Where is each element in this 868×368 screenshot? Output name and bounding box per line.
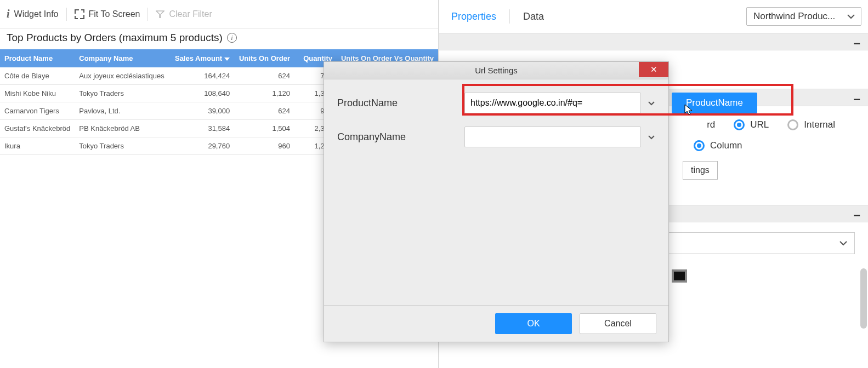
cell-sales: 164,424	[169, 67, 235, 85]
sort-desc-icon	[224, 58, 230, 61]
cell-company: Tokyo Traders	[75, 137, 168, 155]
fit-to-screen-label: Fit To Screen	[89, 9, 140, 19]
ok-button[interactable]: OK	[495, 313, 572, 334]
radio-url[interactable]: URL	[734, 119, 769, 130]
productname-column-badge[interactable]: ProductName	[672, 93, 757, 113]
cell-product: Gustaf's Knäckebröd	[0, 120, 75, 137]
dialog-title-bar: Url Settings ✕	[324, 62, 668, 79]
cell-product: Carnarvon Tigers	[0, 102, 75, 120]
collapse-icon: −	[853, 209, 860, 223]
clear-filter-label: Clear Filter	[169, 9, 212, 19]
close-button[interactable]: ✕	[639, 62, 668, 77]
radio-checked-icon	[694, 140, 705, 151]
cell-product: Mishi Kobe Niku	[0, 85, 75, 102]
col-product-name[interactable]: Product Name	[0, 49, 75, 67]
separator	[66, 8, 67, 21]
filter-icon	[156, 10, 164, 18]
collapse-icon: −	[853, 37, 860, 51]
url-settings-button[interactable]: tings	[683, 161, 718, 180]
cell-units: 624	[234, 67, 294, 85]
col-company-name[interactable]: Company Name	[75, 49, 168, 67]
url-settings-dialog: Url Settings ✕ ProductName CompanyName	[324, 61, 669, 342]
cell-product: Côte de Blaye	[0, 67, 75, 85]
widget-title-text: Top Products by Orders (maximum 5 produc…	[7, 32, 223, 44]
fit-to-screen-button[interactable]: Fit To Screen	[75, 9, 140, 19]
info-icon: i	[7, 8, 10, 20]
widget-info-button[interactable]: i Widget Info	[7, 8, 59, 20]
cell-company: PB Knäckebröd AB	[75, 120, 168, 137]
cancel-button[interactable]: Cancel	[580, 313, 656, 334]
expand-icon	[75, 9, 84, 19]
dialog-footer: OK Cancel	[324, 305, 668, 342]
dialog-body: ProductName CompanyName	[324, 79, 668, 305]
col-sales-amount[interactable]: Sales Amount	[169, 49, 235, 67]
row2-label: CompanyName	[337, 131, 458, 143]
cell-sales: 31,584	[169, 120, 235, 137]
close-icon: ✕	[650, 65, 657, 74]
separator	[147, 8, 148, 21]
collapse-icon: −	[853, 93, 860, 107]
companyname-url-input[interactable]	[464, 127, 641, 147]
productname-url-input[interactable]	[464, 93, 641, 113]
radio-internal[interactable]: Internal	[787, 119, 835, 130]
row1-label: ProductName	[337, 97, 458, 109]
companyname-dropdown-toggle[interactable]	[645, 135, 657, 140]
cell-units: 960	[234, 137, 294, 155]
cell-sales: 29,760	[169, 137, 235, 155]
color-swatch[interactable]	[672, 269, 687, 283]
form-row-companyname: CompanyName	[337, 127, 657, 147]
cell-sales: 108,640	[169, 85, 235, 102]
radio-checked-icon	[734, 119, 745, 130]
cell-units: 1,504	[234, 120, 294, 137]
radio-column[interactable]: Column	[694, 140, 742, 151]
chevron-down-icon	[839, 240, 848, 246]
cell-sales: 39,000	[169, 102, 235, 120]
tabs-row: Properties Data Northwind Produc...	[439, 0, 868, 33]
dialog-title: Url Settings	[475, 66, 518, 75]
cell-company: Pavlova, Ltd.	[75, 102, 168, 120]
cell-product: Ikura	[0, 137, 75, 155]
form-row-productname: ProductName	[337, 93, 657, 113]
cell-units: 624	[234, 102, 294, 120]
scrollbar[interactable]	[860, 268, 867, 329]
productname-dropdown-toggle[interactable]	[645, 101, 657, 106]
clear-filter-button[interactable]: Clear Filter	[156, 9, 212, 19]
datasource-dropdown[interactable]: Northwind Produc...	[746, 7, 861, 26]
toolbar: i Widget Info Fit To Screen Clear Filter	[0, 0, 438, 28]
cell-units: 1,120	[234, 85, 294, 102]
panel-section-header[interactable]: −	[439, 33, 868, 50]
datasource-label: Northwind Produc...	[753, 11, 835, 21]
tab-properties[interactable]: Properties	[446, 8, 502, 26]
chevron-down-icon	[847, 14, 855, 19]
widget-title: Top Products by Orders (maximum 5 produc…	[0, 28, 438, 49]
info-icon[interactable]: i	[227, 33, 237, 43]
radio-unchecked-icon	[787, 119, 798, 130]
cell-company: Aux joyeux ecclésiastiques	[75, 67, 168, 85]
cell-company: Tokyo Traders	[75, 85, 168, 102]
tab-data[interactable]: Data	[518, 8, 549, 26]
separator	[509, 9, 510, 24]
col-units-on-order[interactable]: Units On Order	[234, 49, 294, 67]
widget-info-label: Widget Info	[14, 9, 59, 19]
